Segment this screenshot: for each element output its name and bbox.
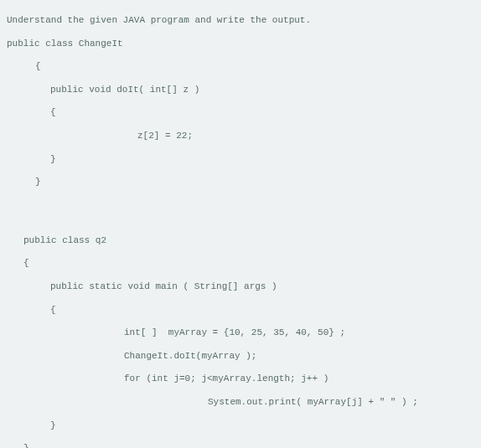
code-line: {: [7, 256, 474, 271]
code-line: public static void main ( String[] args …: [7, 280, 474, 295]
code-line: }: [7, 419, 474, 434]
code-line: }: [7, 441, 474, 448]
code-line: }: [7, 152, 474, 167]
code-line: public void doIt( int[] z ): [7, 83, 474, 98]
code-line: {: [7, 106, 474, 121]
code-line: z[2] = 22;: [7, 129, 474, 144]
code-line: {: [7, 303, 474, 318]
code-line: ChangeIt.doIt(myArray );: [7, 349, 474, 364]
code-line: System.out.print( myArray[j] + " " ) ;: [7, 395, 474, 410]
code-document: Understand the given JAVA program and wr…: [0, 0, 481, 448]
instruction-text: Understand the given JAVA program and wr…: [7, 13, 474, 28]
code-line: for (int j=0; j<myArray.length; j++ ): [7, 372, 474, 387]
code-line: public class ChangeIt: [7, 37, 474, 52]
code-line: {: [7, 59, 474, 75]
code-line: public class q2: [7, 234, 474, 249]
code-line: int[ ] myArray = {10, 25, 35, 40, 50} ;: [7, 326, 474, 341]
code-line: }: [7, 175, 474, 190]
